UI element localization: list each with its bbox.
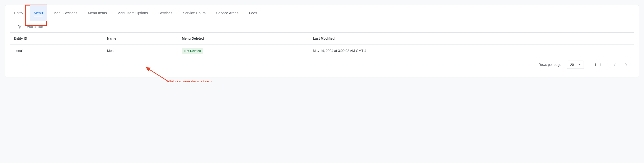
filter-row[interactable]: Add a filter xyxy=(10,21,634,32)
rows-per-page-select[interactable]: 20 xyxy=(567,61,584,69)
col-last-modified[interactable]: Last Modified xyxy=(310,33,634,44)
tab-entity[interactable]: Entity xyxy=(10,5,28,21)
col-entity-id[interactable]: Entity ID xyxy=(10,33,104,44)
data-table: Entity ID Name Menu Deleted Last Modifie… xyxy=(10,32,634,57)
cell-name: Menu xyxy=(104,44,178,57)
pagination: Rows per page 20 1 - 1 xyxy=(10,57,634,72)
tab-fees[interactable]: Fees xyxy=(245,5,261,21)
annotation-text: click to preview Menu xyxy=(166,80,212,82)
tab-bar: Entity Menu Menu Sections Menu Items Men… xyxy=(5,5,639,21)
tab-menu-sections[interactable]: Menu Sections xyxy=(49,5,82,21)
cell-last-modified: May 14, 2024 at 3:00:02 AM GMT-4 xyxy=(310,44,634,57)
cell-menu-deleted: Not Deleted xyxy=(178,44,310,57)
table-container: Add a filter Entity ID Name Menu Deleted… xyxy=(10,21,634,72)
chevron-right-icon xyxy=(625,63,628,66)
tab-services[interactable]: Services xyxy=(154,5,177,21)
next-page-button[interactable] xyxy=(623,62,629,68)
dropdown-icon xyxy=(578,63,581,66)
main-panel: Entity Menu Menu Sections Menu Items Men… xyxy=(5,5,639,77)
filter-icon xyxy=(17,24,22,29)
rows-per-page-value: 20 xyxy=(570,63,574,67)
col-name[interactable]: Name xyxy=(104,33,178,44)
tab-menu-items[interactable]: Menu Items xyxy=(84,5,111,21)
tab-menu-item-options[interactable]: Menu Item Options xyxy=(113,5,152,21)
chevron-left-icon xyxy=(613,63,616,66)
pagination-range: 1 - 1 xyxy=(594,63,601,67)
rows-per-page-label: Rows per page xyxy=(538,63,561,67)
col-menu-deleted[interactable]: Menu Deleted xyxy=(178,33,310,44)
table-row[interactable]: menu1 Menu Not Deleted May 14, 2024 at 3… xyxy=(10,44,634,57)
filter-placeholder: Add a filter xyxy=(27,25,43,29)
tab-service-hours[interactable]: Service Hours xyxy=(178,5,210,21)
tab-menu[interactable]: Menu xyxy=(30,5,48,21)
tab-service-areas[interactable]: Service Areas xyxy=(212,5,243,21)
table-header-row: Entity ID Name Menu Deleted Last Modifie… xyxy=(10,33,634,44)
cell-entity-id: menu1 xyxy=(10,44,104,57)
status-badge: Not Deleted xyxy=(182,48,203,54)
prev-page-button[interactable] xyxy=(612,62,618,68)
